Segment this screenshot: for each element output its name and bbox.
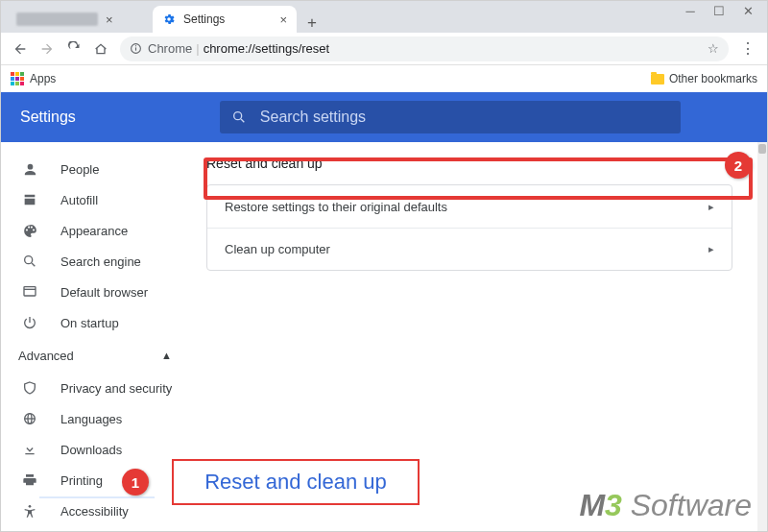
- sidebar-item-label: Downloads: [60, 443, 122, 457]
- tab-inactive[interactable]: ×: [7, 6, 151, 33]
- back-button[interactable]: [7, 36, 34, 62]
- sidebar-item-label: Languages: [60, 412, 122, 426]
- sidebar-item-printing[interactable]: Printing: [1, 465, 189, 496]
- browser-menu-button[interactable]: ⋮: [734, 36, 761, 62]
- svg-line-6: [32, 263, 35, 266]
- chevron-right-icon: ▸: [708, 201, 714, 213]
- tab-title-blurred: [16, 12, 98, 26]
- sidebar-item-languages[interactable]: Languages: [1, 403, 189, 434]
- new-tab-button[interactable]: +: [299, 13, 325, 33]
- sidebar-item-label: Accessibility: [60, 504, 129, 519]
- other-bookmarks-label[interactable]: Other bookmarks: [669, 72, 757, 85]
- sidebar-item-label: People: [60, 162, 99, 177]
- browser-icon: [22, 284, 41, 300]
- shield-icon: [22, 380, 41, 396]
- chevron-up-icon: ▲: [161, 350, 172, 361]
- tab-strip: × Settings × +: [1, 1, 767, 33]
- tab-settings[interactable]: Settings ×: [153, 6, 297, 33]
- minimize-icon[interactable]: ─: [684, 5, 696, 16]
- sidebar-item-on-startup[interactable]: On startup: [1, 307, 189, 338]
- sidebar-item-search-engine[interactable]: Search engine: [1, 246, 189, 277]
- bookmarks-bar: Apps Other bookmarks: [1, 65, 767, 92]
- url-text: chrome://settings/reset: [204, 41, 708, 56]
- search-settings-input[interactable]: Search settings: [220, 101, 681, 133]
- sidebar-item-label: Appearance: [60, 224, 128, 238]
- apps-label[interactable]: Apps: [30, 72, 56, 85]
- sidebar-item-system[interactable]: System: [1, 526, 189, 532]
- print-icon: [22, 472, 41, 488]
- sidebar-item-downloads[interactable]: Downloads: [1, 434, 189, 465]
- annotation-badge-1: 1: [122, 469, 149, 496]
- accessibility-icon: [22, 503, 41, 519]
- gear-icon: [162, 12, 176, 26]
- annotation-underline: [39, 496, 155, 498]
- sidebar-section-advanced[interactable]: Advanced ▲: [1, 338, 189, 373]
- svg-point-5: [25, 256, 33, 264]
- sidebar-item-people[interactable]: People: [1, 154, 189, 184]
- clean-up-computer-row[interactable]: Clean up computer ▸: [207, 228, 732, 270]
- sidebar-item-default-browser[interactable]: Default browser: [1, 277, 189, 307]
- address-bar[interactable]: Chrome | chrome://settings/reset ☆: [120, 36, 729, 61]
- sidebar-item-label: Printing: [60, 473, 103, 488]
- home-button[interactable]: [87, 36, 114, 62]
- annotation-callout: Reset and clean up: [172, 459, 420, 505]
- svg-point-3: [233, 112, 241, 120]
- forward-button[interactable]: [34, 36, 60, 62]
- page-title: Settings: [20, 109, 76, 126]
- sidebar-item-label: On startup: [60, 316, 119, 330]
- chevron-right-icon: ▸: [708, 243, 714, 255]
- site-info-icon[interactable]: [130, 42, 142, 55]
- settings-header: Settings Search settings: [1, 92, 767, 142]
- sidebar-item-label: Default browser: [60, 285, 148, 300]
- watermark: M3 Software: [579, 488, 752, 523]
- settings-sidebar: People Autofill Appearance Search engine…: [1, 142, 189, 531]
- url-scheme-label: Chrome: [148, 41, 192, 56]
- svg-rect-7: [24, 287, 36, 296]
- sidebar-item-label: Search engine: [60, 254, 141, 269]
- folder-icon: [651, 74, 664, 85]
- row-label: Restore settings to their original defau…: [225, 200, 447, 214]
- row-label: Clean up computer: [225, 242, 330, 256]
- reload-button[interactable]: [60, 36, 87, 62]
- sidebar-item-accessibility[interactable]: Accessibility: [1, 496, 189, 526]
- globe-icon: [22, 411, 41, 426]
- close-tab-icon[interactable]: ×: [279, 12, 287, 27]
- svg-point-12: [29, 505, 32, 508]
- advanced-label: Advanced: [18, 349, 74, 363]
- maximize-icon[interactable]: ☐: [713, 5, 725, 16]
- scrollbar-thumb[interactable]: [758, 144, 766, 154]
- autofill-icon: [22, 192, 41, 207]
- sidebar-item-autofill[interactable]: Autofill: [1, 184, 189, 215]
- apps-icon[interactable]: [11, 72, 24, 85]
- close-tab-icon[interactable]: ×: [106, 12, 113, 27]
- window-controls: ─ ☐ ✕: [684, 1, 767, 16]
- browser-toolbar: Chrome | chrome://settings/reset ☆ ⋮: [1, 33, 767, 65]
- tab-title: Settings: [183, 12, 272, 26]
- search-icon: [22, 254, 41, 269]
- sidebar-item-privacy[interactable]: Privacy and security: [1, 373, 189, 403]
- scrollbar-track[interactable]: [757, 142, 767, 531]
- annotation-highlight-box: [204, 157, 753, 200]
- download-icon: [22, 442, 41, 457]
- svg-rect-1: [135, 47, 136, 50]
- search-icon: [231, 109, 247, 125]
- svg-line-4: [241, 119, 244, 122]
- sidebar-item-label: Privacy and security: [60, 381, 172, 396]
- sidebar-item-appearance[interactable]: Appearance: [1, 215, 189, 246]
- close-icon[interactable]: ✕: [742, 5, 754, 16]
- search-placeholder: Search settings: [260, 109, 366, 126]
- palette-icon: [22, 223, 41, 239]
- power-icon: [22, 315, 41, 330]
- bookmark-star-icon[interactable]: ☆: [708, 41, 719, 56]
- sidebar-item-label: Autofill: [60, 193, 98, 207]
- person-icon: [22, 161, 41, 178]
- svg-rect-2: [135, 45, 136, 46]
